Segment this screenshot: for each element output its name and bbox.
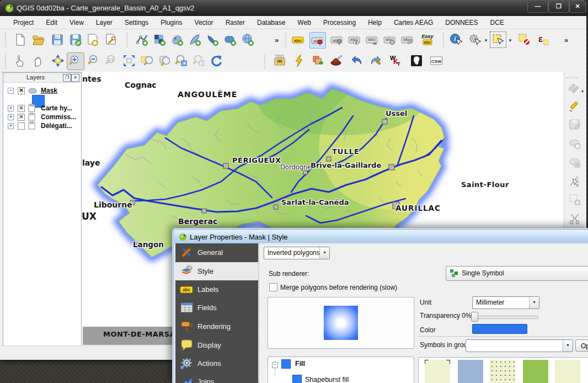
menu-cartes-aeag[interactable]: Cartes AEAG <box>388 17 439 29</box>
add-spatialite-layer-button[interactable] <box>187 32 202 47</box>
tab-labels[interactable]: abc Labels <box>175 280 258 299</box>
archive-selection-button[interactable] <box>272 53 287 68</box>
toggle-editing-button[interactable] <box>567 98 582 114</box>
symbol-swatch[interactable] <box>523 360 548 383</box>
symbols-in-group-combobox[interactable]: ▼ <box>466 339 573 352</box>
pin-label-button[interactable]: ab <box>309 32 326 49</box>
panel-close-button[interactable]: ✕ <box>71 74 79 82</box>
menu-help[interactable]: Help <box>362 17 388 29</box>
transparency-slider-handle[interactable] <box>471 312 478 322</box>
identify-features-button[interactable]: i <box>448 32 464 47</box>
current-edits-button[interactable]: ▾ <box>567 79 582 95</box>
cut-features-button[interactable] <box>567 211 582 226</box>
change-label-button[interactable]: abc <box>400 32 415 47</box>
undo-button[interactable] <box>349 53 365 68</box>
layer-row-mask[interactable]: − ✕ Mask <box>3 86 81 95</box>
touch-zoom-pan-button[interactable] <box>12 53 27 68</box>
menu-processing[interactable]: Processing <box>317 17 362 29</box>
save-layer-edits-button[interactable] <box>567 117 582 132</box>
toolbar-grip[interactable] <box>285 33 288 47</box>
zoom-to-layer-button[interactable] <box>157 53 172 68</box>
layer-row-delegati[interactable]: + Délégati... <box>3 121 81 130</box>
zoom-native-button[interactable]: 1:1 <box>104 53 120 68</box>
deselect-features-button[interactable] <box>517 32 532 47</box>
save-project-as-button[interactable] <box>68 32 83 47</box>
expand-expander-icon[interactable]: + <box>8 105 14 111</box>
menu-layer[interactable]: Layer <box>90 17 119 29</box>
pan-map-button[interactable] <box>31 53 46 68</box>
menu-web[interactable]: Web <box>291 17 317 29</box>
symbol-tree-root-label[interactable]: Fill <box>295 360 305 368</box>
tab-display[interactable]: Display <box>175 336 258 354</box>
menu-dce[interactable]: DCE <box>484 17 510 29</box>
zoom-out-button[interactable] <box>87 53 102 68</box>
menu-vector[interactable]: Vector <box>189 17 220 29</box>
move-feature-button[interactable] <box>567 155 582 170</box>
csw-catalog-button[interactable]: CSW <box>429 53 444 68</box>
layers-panel-header[interactable]: Layers ❐ ✕ <box>3 73 81 83</box>
minimize-button[interactable]: — <box>527 1 548 13</box>
tab-rendering[interactable]: Rendering <box>175 317 258 336</box>
new-project-button[interactable] <box>13 32 28 47</box>
menu-donnees[interactable]: DONNEES <box>439 17 484 29</box>
color-button[interactable] <box>472 324 527 334</box>
toolbar-grip[interactable] <box>264 54 267 68</box>
chevron-down-icon[interactable]: ▼ <box>529 297 539 308</box>
chevron-down-icon[interactable]: ▼ <box>319 247 329 259</box>
collapse-expander-icon[interactable]: − <box>8 88 14 94</box>
close-button[interactable]: ✕ <box>569 1 586 13</box>
refresh-map-button[interactable] <box>209 53 224 68</box>
move-label-button[interactable]: abc <box>365 32 380 47</box>
add-oracle-layer-button[interactable] <box>222 32 238 47</box>
add-postgis-layer-button[interactable] <box>169 32 185 47</box>
expand-expander-icon[interactable]: + <box>8 123 14 129</box>
chevron-down-icon[interactable]: ▼ <box>563 340 573 352</box>
zoom-last-button[interactable] <box>174 53 189 68</box>
open-library-button[interactable]: Open Library <box>575 339 588 352</box>
unpin-label-button[interactable]: ab <box>329 32 345 47</box>
select-features-dropdown-arrow[interactable]: ▼ <box>508 38 512 43</box>
layer-checkbox[interactable]: ✕ <box>18 105 25 112</box>
zoom-to-selection-button[interactable] <box>139 53 154 68</box>
menu-plugins[interactable]: Plugins <box>154 17 188 29</box>
pan-to-selection-button[interactable] <box>50 53 66 68</box>
zoom-next-button[interactable] <box>191 53 207 68</box>
tab-joins[interactable]: Joins <box>175 373 258 383</box>
symbol-swatch-dotted[interactable] <box>490 360 515 383</box>
unit-combobox[interactable]: Millimeter▼ <box>472 296 539 309</box>
select-features-button[interactable] <box>490 32 506 47</box>
tab-general[interactable]: General <box>175 243 258 262</box>
layer-label[interactable]: Délégati... <box>41 122 72 130</box>
easy-custom-labeling-button[interactable]: Easyabc <box>420 32 435 47</box>
renderer-combobox[interactable]: Inverted polygons ▼ <box>264 247 330 259</box>
new-print-composer-button[interactable] <box>85 32 100 47</box>
toolbar-grip[interactable] <box>126 33 129 47</box>
tab-fields[interactable]: Fields <box>175 299 258 317</box>
toolbar-overflow-chevron[interactable]: » <box>275 36 279 44</box>
labeling-options-button[interactable]: abc <box>291 32 306 47</box>
zoom-in-button[interactable] <box>67 52 84 70</box>
add-vector-layer-button[interactable] <box>134 32 149 47</box>
africa-plugin-button[interactable] <box>409 53 424 68</box>
plugin-hat-button[interactable] <box>329 53 345 68</box>
symbol-swatch[interactable] <box>458 360 483 383</box>
layer-row-commiss[interactable]: + ✕ Commiss... <box>3 113 81 121</box>
menu-project[interactable]: Project <box>7 17 40 29</box>
layer-checkbox-unchecked[interactable] <box>18 123 25 130</box>
dialog-title-bar[interactable]: Layer Properties - Mask | Style <box>174 230 588 243</box>
single-symbol-button[interactable]: Single Symbol <box>446 266 588 281</box>
layer-label[interactable]: Mask <box>41 87 57 94</box>
symbol-swatch[interactable] <box>555 360 580 383</box>
run-feature-action-button[interactable] <box>467 32 483 47</box>
copy-features-button[interactable] <box>311 53 326 68</box>
layer-row-carte-hy[interactable]: + ✕ Carte hy... <box>3 104 81 113</box>
layer-label[interactable]: Commiss... <box>41 113 76 121</box>
layer-checkbox[interactable]: ✕ <box>18 114 25 121</box>
save-project-button[interactable] <box>50 32 65 47</box>
symbol-tree-child-label[interactable]: Shapeburst fill <box>305 376 349 383</box>
wkt-tool-button[interactable]: WKT <box>388 53 403 68</box>
add-mssql-layer-button[interactable] <box>205 32 220 47</box>
title-bar[interactable]: QGIS 0dd02ba - Carte_generale_Bassin_A0_… <box>0 0 586 16</box>
collapse-expander-icon[interactable]: − <box>272 362 278 368</box>
tab-style[interactable]: Style <box>175 262 258 280</box>
